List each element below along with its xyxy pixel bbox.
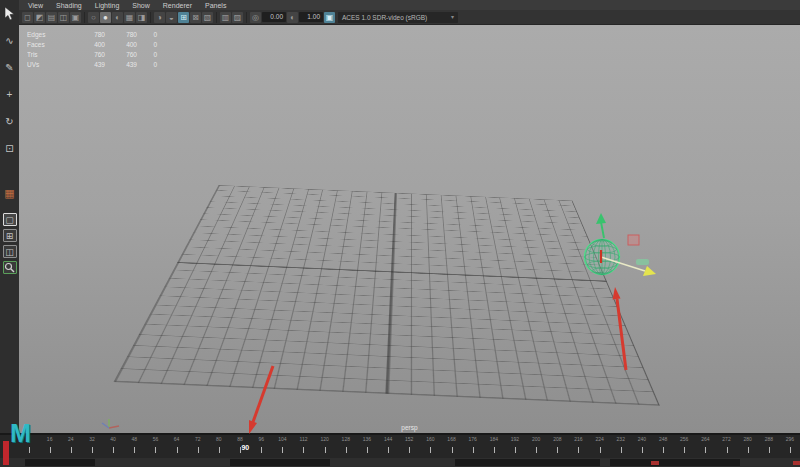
camera-lock-icon[interactable]: ◩ — [34, 12, 45, 23]
timeline-tick — [705, 447, 706, 453]
timeline-tick — [219, 447, 220, 453]
timeline-frame-number: 256 — [676, 436, 692, 442]
timeline-tick — [769, 447, 770, 453]
timeline-tick — [748, 447, 749, 453]
lighting-icon[interactable]: ▦ — [124, 12, 135, 23]
range-slider-segment — [610, 459, 740, 466]
single-pane-layout-icon[interactable]: ▢ — [3, 213, 17, 226]
hud-row-uvs: UVs4394390 — [27, 60, 157, 70]
menu-shading[interactable]: Shading — [56, 2, 82, 9]
joint-xray-icon[interactable]: ▨ — [232, 12, 243, 23]
timeline-frame-number: 72 — [190, 436, 206, 442]
timeline-frame-number: 168 — [444, 436, 460, 442]
viewport-3d[interactable]: Edges7807800Faces4004000Tris7607600UVs43… — [19, 25, 800, 433]
view-axis-gizmo — [97, 416, 123, 432]
gamma-field[interactable]: 1.00 — [299, 12, 323, 22]
timeline-frame-number: 248 — [655, 436, 671, 442]
timeline-tick — [29, 447, 30, 453]
exposure-icon[interactable]: ◎ — [250, 12, 261, 23]
timeline-tick — [684, 447, 685, 453]
timeline-tick — [578, 447, 579, 453]
isolate-select-icon[interactable]: ▧ — [202, 12, 213, 23]
hud-cell: 439 — [73, 60, 105, 70]
timeline-frame-number: 80 — [211, 436, 227, 442]
hud-cell: 0 — [137, 40, 157, 50]
select-tool-icon[interactable] — [2, 6, 17, 21]
timeline-frame-number: 288 — [761, 436, 777, 442]
timeline-frame-number: 112 — [295, 436, 311, 442]
range-slider[interactable] — [0, 458, 800, 467]
toolbar-separator — [216, 12, 217, 23]
timeline-frame-number: 104 — [274, 436, 290, 442]
current-frame-indicator[interactable]: 90 — [237, 444, 253, 451]
menu-lighting[interactable]: Lighting — [95, 2, 120, 9]
xray-icon[interactable]: ▥ — [220, 12, 231, 23]
exposure-field[interactable]: 0.00 — [262, 12, 286, 22]
timeline-tick — [198, 447, 199, 453]
paint-select-tool-icon[interactable]: ✎ — [2, 60, 17, 75]
menu-panels[interactable]: Panels — [205, 2, 226, 9]
timeline-tick — [621, 447, 622, 453]
hud-row-faces: Faces4004000 — [27, 40, 157, 50]
view-transform-dropdown[interactable]: ACES 1.0 SDR-video (sRGB)▾ — [338, 12, 458, 23]
shadows-icon[interactable]: ◨ — [136, 12, 147, 23]
timeline-tick — [92, 447, 93, 453]
camera-attributes-icon[interactable]: ▤ — [46, 12, 57, 23]
menu-renderer[interactable]: Renderer — [163, 2, 192, 9]
lasso-tool-icon[interactable]: ∿ — [2, 33, 17, 48]
timeline-tick — [494, 447, 495, 453]
tool-box: ∿✎+↻⊡▦▢⊞◫ — [0, 0, 19, 433]
timeline-frame-number: 280 — [740, 436, 756, 442]
timeline-tick — [790, 447, 791, 453]
timeline-tick — [50, 447, 51, 453]
wireframe-icon[interactable]: ○ — [88, 12, 99, 23]
time-slider[interactable]: 8162432404856647280889610411212012813614… — [0, 435, 800, 458]
panel-menubar: ViewShadingLightingShowRendererPanels — [19, 0, 800, 10]
depth-of-field-icon[interactable]: ⊠ — [190, 12, 201, 23]
hud-cell: 0 — [137, 60, 157, 70]
view-transform-toggle-icon[interactable]: ▣ — [324, 12, 335, 23]
timeline-frame-number: 32 — [84, 436, 100, 442]
bookmarks-icon[interactable]: ◫ — [58, 12, 69, 23]
textured-icon[interactable]: ◐ — [112, 12, 123, 23]
hud-cell: 0 — [137, 50, 157, 60]
range-slider-mark — [651, 461, 659, 465]
motion-blur-icon[interactable]: ◒ — [166, 12, 177, 23]
menu-view[interactable]: View — [28, 2, 43, 9]
timeline-frame-number: 296 — [782, 436, 798, 442]
hud-cell: 400 — [105, 40, 137, 50]
select-camera-icon[interactable]: ◻ — [22, 12, 33, 23]
wireframe-sphere[interactable] — [579, 234, 625, 280]
rotate-tool-icon[interactable]: ↻ — [2, 114, 17, 129]
anti-aliasing-icon[interactable]: ⊞ — [178, 12, 189, 23]
timeline-frame-number: 264 — [697, 436, 713, 442]
menu-show[interactable]: Show — [132, 2, 150, 9]
timeline-tick — [303, 447, 304, 453]
move-tool-icon[interactable]: + — [2, 87, 17, 102]
smooth-shade-icon[interactable]: ● — [100, 12, 111, 23]
camera-label: persp — [19, 424, 800, 431]
range-slider-segment — [455, 459, 600, 466]
view-transform-label: ACES 1.0 SDR-video (sRGB) — [342, 12, 427, 23]
hud-cell: Faces — [27, 40, 73, 50]
screen-space-ao-icon[interactable]: ◑ — [154, 12, 165, 23]
timeline-frame-number: 184 — [486, 436, 502, 442]
scale-tool-icon[interactable]: ⊡ — [2, 141, 17, 156]
timeline-frame-number: 192 — [507, 436, 523, 442]
magnifier-icon[interactable] — [3, 261, 17, 274]
range-slider-mark — [793, 461, 800, 465]
timeline-frame-number: 200 — [528, 436, 544, 442]
image-plane-icon[interactable]: ▣ — [70, 12, 81, 23]
timeline-frame-number: 272 — [719, 436, 735, 442]
gamma-icon[interactable]: ◐ — [287, 12, 298, 23]
timeline-frame-number: 16 — [42, 436, 58, 442]
hud-cell: 760 — [105, 50, 137, 60]
hud-cell: 0 — [137, 30, 157, 40]
two-pane-layout-icon[interactable]: ◫ — [3, 245, 17, 258]
timeline-frame-number: 152 — [401, 436, 417, 442]
timeline-tick — [325, 447, 326, 453]
timeline-frame-number: 240 — [634, 436, 650, 442]
toolbar-separator — [150, 12, 151, 23]
last-tool-icon[interactable]: ▦ — [2, 186, 17, 201]
four-pane-layout-icon[interactable]: ⊞ — [3, 229, 17, 242]
